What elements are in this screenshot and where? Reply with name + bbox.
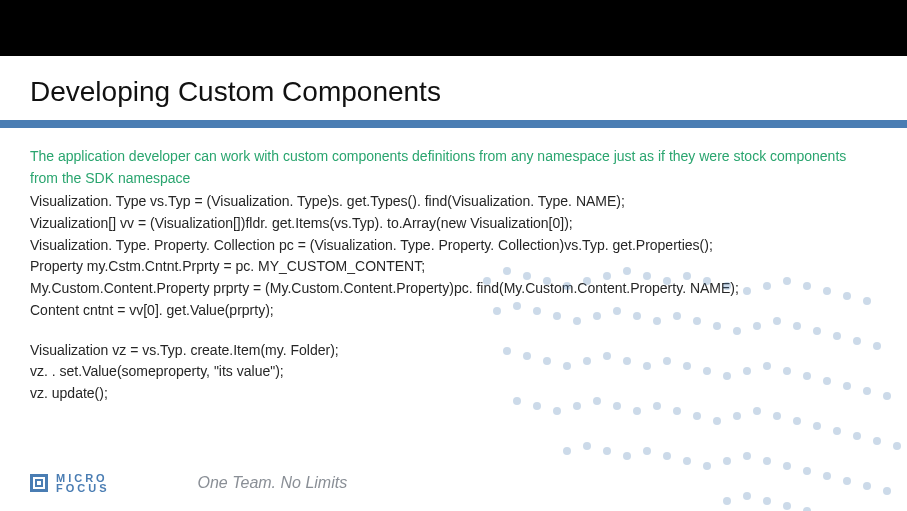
code-line: Visualization vz = vs.Typ. create.Item(m…: [30, 340, 877, 362]
svg-point-69: [693, 412, 701, 420]
svg-point-74: [793, 417, 801, 425]
code-line: vz. . set.Value(someproperty, "its value…: [30, 361, 877, 383]
code-line: Vizualization[] vv = (Visualization[])fl…: [30, 213, 877, 235]
svg-point-75: [813, 422, 821, 430]
svg-point-68: [673, 407, 681, 415]
slide-body: The application developer can work with …: [0, 128, 907, 405]
svg-point-70: [713, 417, 721, 425]
svg-point-73: [773, 412, 781, 420]
footer: MICRO FOCUS One Team. No Limits: [0, 455, 907, 511]
title-rule: [0, 120, 907, 128]
svg-point-77: [853, 432, 861, 440]
svg-point-72: [753, 407, 761, 415]
svg-point-71: [733, 412, 741, 420]
top-black-bar: [0, 0, 907, 56]
intro-text: The application developer can work with …: [30, 146, 877, 189]
code-line: Content cntnt = vv[0]. get.Value(prprty)…: [30, 300, 877, 322]
svg-point-80: [563, 447, 571, 455]
code-line: Visualization. Type vs.Typ = (Visualizat…: [30, 191, 877, 213]
svg-point-76: [833, 427, 841, 435]
svg-point-81: [583, 442, 591, 450]
code-line: My.Custom.Content.Property prprty = (My.…: [30, 278, 877, 300]
svg-point-62: [553, 407, 561, 415]
code-line: Property my.Cstm.Cntnt.Prprty = pc. MY_C…: [30, 256, 877, 278]
logo-line-2: FOCUS: [56, 483, 110, 493]
svg-point-66: [633, 407, 641, 415]
svg-point-82: [603, 447, 611, 455]
svg-point-78: [873, 437, 881, 445]
code-block-2: Visualization vz = vs.Typ. create.Item(m…: [30, 340, 877, 405]
svg-point-84: [643, 447, 651, 455]
slide-title: Developing Custom Components: [30, 76, 877, 108]
logo-text: MICRO FOCUS: [56, 473, 110, 494]
title-area: Developing Custom Components: [0, 56, 907, 114]
code-line: Visualization. Type. Property. Collectio…: [30, 235, 877, 257]
code-line: vz. update();: [30, 383, 877, 405]
logo-square-icon: [30, 474, 48, 492]
slide: Developing Custom Components The applica…: [0, 0, 907, 511]
svg-point-79: [893, 442, 901, 450]
micro-focus-logo: MICRO FOCUS: [30, 473, 110, 494]
tagline: One Team. No Limits: [198, 474, 348, 492]
code-block-1: Visualization. Type vs.Typ = (Visualizat…: [30, 191, 877, 321]
